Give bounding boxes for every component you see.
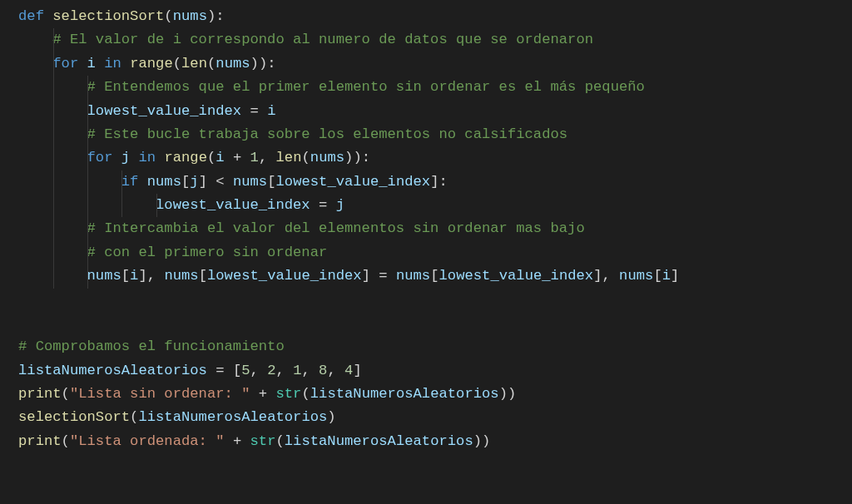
code-token: ): bbox=[207, 8, 225, 24]
indent-guide bbox=[121, 170, 122, 194]
code-line[interactable]: # El valor de i correspondo al numero de… bbox=[18, 28, 852, 52]
code-token: nums bbox=[619, 268, 653, 284]
code-token: , bbox=[259, 150, 276, 166]
code-line[interactable]: nums[i], nums[lowest_value_index] = nums… bbox=[18, 264, 852, 288]
code-line[interactable]: def selectionSort(nums): bbox=[18, 5, 852, 28]
indent bbox=[18, 32, 52, 47]
indent-guide bbox=[53, 76, 54, 99]
code-token: = bbox=[310, 197, 336, 213]
code-token: nums bbox=[215, 56, 250, 72]
indent-guide bbox=[53, 264, 54, 288]
code-token: # Entendemos que el primer elemento sin … bbox=[87, 79, 645, 95]
code-token: nums bbox=[173, 8, 207, 24]
code-token: in bbox=[130, 150, 164, 166]
indent-guide bbox=[87, 146, 88, 170]
code-token: ( bbox=[207, 150, 215, 166]
code-token: j bbox=[121, 150, 130, 166]
code-token: ] bbox=[353, 363, 361, 378]
code-token: def bbox=[18, 8, 52, 24]
indent-guide bbox=[53, 170, 54, 194]
code-token: ( bbox=[207, 56, 215, 72]
code-token: "Lista sin ordenar: " bbox=[70, 386, 250, 402]
code-line[interactable]: listaNumerosAleatorios = [5, 2, 1, 8, 4] bbox=[18, 359, 852, 383]
code-token: # Intercambia el valor del elemnentos si… bbox=[87, 220, 585, 236]
code-line[interactable]: lowest_value_index = j bbox=[18, 194, 852, 217]
code-token: ) bbox=[327, 409, 335, 425]
code-token: for bbox=[52, 56, 87, 72]
indent bbox=[18, 174, 121, 190]
code-line[interactable] bbox=[18, 312, 852, 335]
code-token: str bbox=[275, 386, 301, 402]
code-token: ( bbox=[62, 386, 70, 402]
code-token: in bbox=[96, 56, 130, 72]
code-token: listaNumerosAleatorios bbox=[285, 433, 473, 449]
code-line[interactable]: # Intercambia el valor del elemnentos si… bbox=[18, 217, 852, 240]
code-token: # El valor de i correspondo al numero de… bbox=[52, 32, 593, 47]
code-token: [ bbox=[181, 174, 190, 190]
code-token: str bbox=[250, 433, 276, 449]
code-token: range bbox=[164, 150, 207, 166]
code-line[interactable]: # Este bucle trabaja sobre los elementos… bbox=[18, 123, 852, 146]
code-line[interactable]: # Entendemos que el primer elemento sin … bbox=[18, 76, 852, 99]
indent-guide bbox=[53, 146, 54, 170]
indent-guide bbox=[87, 194, 88, 217]
code-token: print bbox=[18, 386, 62, 402]
code-token: nums bbox=[396, 268, 430, 284]
code-token: ( bbox=[173, 56, 181, 72]
code-token: listaNumerosAleatorios bbox=[18, 363, 207, 378]
indent-guide bbox=[87, 76, 88, 99]
code-line[interactable]: for j in range(i + 1, len(nums)): bbox=[18, 146, 852, 170]
code-token: lowest_value_index bbox=[87, 103, 242, 119]
code-token: )) bbox=[473, 433, 491, 449]
indent-guide bbox=[53, 241, 54, 264]
code-token: [ bbox=[121, 268, 130, 284]
code-token: # Este bucle trabaja sobre los elementos… bbox=[87, 126, 568, 142]
code-token: ]: bbox=[430, 174, 448, 190]
indent-guide bbox=[87, 170, 88, 194]
code-token: ( bbox=[164, 8, 172, 24]
code-line[interactable]: # Comprobamos el funcionamiento bbox=[18, 335, 852, 358]
code-line[interactable] bbox=[18, 289, 852, 312]
code-token: lowest_value_index bbox=[156, 197, 310, 213]
indent-guide bbox=[87, 123, 88, 146]
code-token: nums bbox=[164, 268, 198, 284]
code-token: ], bbox=[138, 268, 164, 284]
code-token: 1 bbox=[250, 150, 259, 166]
code-token: nums bbox=[310, 150, 344, 166]
indent-guide bbox=[53, 194, 54, 217]
indent-guide bbox=[87, 241, 88, 264]
indent-guide bbox=[87, 217, 88, 240]
code-line[interactable]: for i in range(len(nums)): bbox=[18, 52, 852, 76]
indent-guide bbox=[87, 100, 88, 123]
code-token: i bbox=[130, 268, 138, 284]
code-line[interactable]: selectionSort(listaNumerosAleatorios) bbox=[18, 406, 852, 429]
code-token: print bbox=[18, 433, 62, 449]
code-token: [ bbox=[233, 363, 241, 378]
indent bbox=[18, 56, 52, 72]
code-line[interactable]: lowest_value_index = i bbox=[18, 100, 852, 123]
code-line[interactable]: print("Lista ordenada: " + str(listaNume… bbox=[18, 430, 852, 453]
code-token: j bbox=[336, 197, 344, 213]
code-token: j bbox=[190, 174, 198, 190]
indent-guide bbox=[53, 123, 54, 146]
code-token: ], bbox=[593, 268, 619, 284]
code-token: nums bbox=[87, 268, 121, 284]
code-token: listaNumerosAleatorios bbox=[138, 409, 327, 425]
code-token: [ bbox=[430, 268, 438, 284]
code-token: 8 bbox=[319, 363, 327, 378]
code-line[interactable]: # con el primero sin ordenar bbox=[18, 241, 852, 264]
code-token: + bbox=[225, 150, 250, 166]
indent-guide bbox=[53, 100, 54, 123]
code-token: 4 bbox=[344, 363, 353, 378]
code-editor[interactable]: def selectionSort(nums): # El valor de i… bbox=[0, 0, 852, 453]
code-token: = bbox=[207, 363, 233, 378]
code-token: )): bbox=[344, 150, 370, 166]
code-line[interactable]: print("Lista sin ordenar: " + str(listaN… bbox=[18, 383, 852, 406]
code-line[interactable]: if nums[j] < nums[lowest_value_index]: bbox=[18, 170, 852, 194]
code-token: ] bbox=[671, 268, 679, 284]
code-token: i bbox=[662, 268, 671, 284]
code-token: [ bbox=[653, 268, 661, 284]
code-token: i bbox=[267, 103, 275, 119]
code-token: 2 bbox=[267, 363, 275, 378]
code-token: lowest_value_index bbox=[207, 268, 362, 284]
